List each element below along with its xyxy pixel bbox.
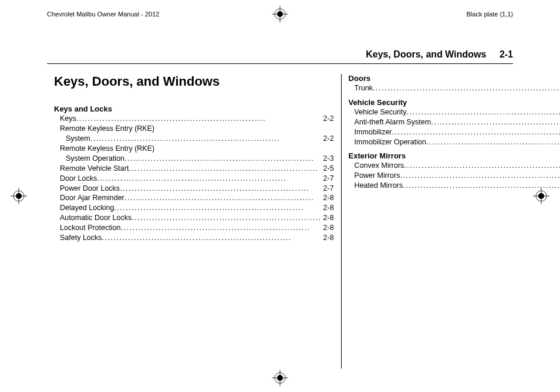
toc-page: 2-2: [322, 134, 334, 144]
leader-dots: [392, 127, 560, 137]
page-header: Keys, Doors, and Windows 2-1: [366, 49, 513, 60]
toc-page: 2-7: [322, 174, 334, 184]
toc-label: Vehicle Security: [355, 107, 407, 117]
toc-label: Safety Locks: [60, 233, 102, 243]
leader-dots: [114, 203, 321, 213]
toc-label: System: [66, 134, 90, 144]
toc-label: Anti-theft Alarm System: [355, 117, 431, 127]
toc-page: 2-8: [322, 203, 334, 213]
toc-page: 2-8: [322, 223, 334, 233]
page-number: 2-1: [500, 49, 513, 59]
section-head: Vehicle Security: [349, 98, 560, 107]
toc-entry: Anti-theft Alarm System 2-11: [355, 117, 560, 127]
leader-dots: [120, 184, 321, 194]
toc-label: Power Mirrors: [355, 171, 400, 181]
toc-entry: Delayed Locking 2-8: [60, 203, 334, 213]
toc-entry: Door Locks 2-7: [60, 174, 334, 184]
toc-label: System Operation: [66, 154, 124, 164]
toc-label: Keys: [60, 114, 76, 124]
registration-mark-bottom-icon: [272, 370, 288, 386]
toc-label: Delayed Locking: [60, 203, 114, 213]
section-head: Doors: [349, 74, 560, 83]
leader-dots: [76, 114, 322, 124]
plate-info: Black plate (1,1): [467, 11, 513, 18]
toc-label: Lockout Protection: [60, 223, 121, 233]
toc-entry: System 2-2: [66, 134, 334, 144]
content-area: Keys, Doors, and Windows Keys and Locks …: [47, 74, 513, 369]
leader-dots: [131, 213, 321, 223]
toc-page: 2-7: [322, 184, 334, 194]
toc-entry: Trunk 2-9: [355, 83, 560, 93]
toc-page: 2-8: [322, 233, 334, 243]
leader-dots: [373, 83, 560, 93]
leader-dots: [431, 117, 560, 127]
svg-point-3: [277, 11, 283, 17]
toc-page: 2-2: [322, 114, 334, 124]
toc-entry: Safety Locks 2-8: [60, 233, 334, 243]
toc-entry: System Operation 2-3: [66, 154, 334, 164]
leader-dots: [404, 161, 560, 171]
toc-entry: Keys 2-2: [60, 114, 334, 124]
column-2: Doors Trunk 2-9 Vehicle Security Vehicle…: [341, 74, 560, 369]
leader-dots: [403, 181, 560, 191]
toc-label: Power Door Locks: [60, 184, 120, 194]
column-1: Keys, Doors, and Windows Keys and Locks …: [47, 74, 341, 369]
toc-label: Convex Mirrors: [355, 161, 404, 171]
leader-dots: [124, 193, 322, 203]
toc-page: 2-8: [322, 213, 334, 223]
toc-entry: Remote Vehicle Start 2-5: [60, 164, 334, 174]
toc-label: Remote Vehicle Start: [60, 164, 129, 174]
section-head: Exterior Mirrors: [349, 151, 560, 160]
toc-entry: Convex Mirrors 2-13: [355, 161, 560, 171]
registration-mark-top-icon: [272, 6, 288, 22]
toc-page: 2-8: [322, 193, 334, 203]
chapter-title: Keys, Doors, and Windows: [54, 74, 334, 89]
svg-point-15: [277, 375, 283, 381]
toc-label: Door Ajar Reminder: [60, 193, 124, 203]
leader-dots: [121, 223, 322, 233]
leader-dots: [129, 164, 321, 174]
toc-label-wrap: Remote Keyless Entry (RKE): [60, 124, 334, 134]
leader-dots: [400, 171, 560, 181]
registration-mark-left-icon: [11, 188, 27, 204]
toc-entry: Automatic Door Locks 2-8: [60, 213, 334, 223]
toc-entry: Lockout Protection 2-8: [60, 223, 334, 233]
toc-entry: Power Door Locks 2-7: [60, 184, 334, 194]
toc-entry: Door Ajar Reminder 2-8: [60, 193, 334, 203]
svg-point-7: [16, 193, 22, 199]
toc-label: Automatic Door Locks: [60, 213, 131, 223]
toc-entry: Power Mirrors 2-14: [355, 171, 560, 181]
leader-dots: [124, 154, 321, 164]
leader-dots: [102, 233, 322, 243]
toc-label: Immobilizer Operation: [355, 137, 426, 147]
section-head: Keys and Locks: [54, 104, 334, 113]
toc-page: 2-3: [322, 154, 334, 164]
leader-dots: [90, 134, 322, 144]
leader-dots: [97, 174, 321, 184]
toc-entry: Vehicle Security 2-11: [355, 107, 560, 117]
leader-dots: [407, 107, 560, 117]
horizontal-rule: [47, 63, 513, 64]
toc-entry: Immobilizer 2-12: [355, 127, 560, 137]
toc-entry: Immobilizer Operation 2-12: [355, 137, 560, 147]
toc-label: Immobilizer: [355, 127, 392, 137]
toc-label: Heated Mirrors: [355, 181, 403, 191]
toc-label: Trunk: [355, 83, 373, 93]
toc-label-wrap: Remote Keyless Entry (RKE): [60, 144, 334, 154]
toc-page: 2-5: [322, 164, 334, 174]
leader-dots: [426, 137, 560, 147]
toc-entry: Heated Mirrors 2-14: [355, 181, 560, 191]
section-title: Keys, Doors, and Windows: [366, 49, 486, 59]
toc-label: Door Locks: [60, 174, 97, 184]
manual-title: Chevrolet Malibu Owner Manual - 2012: [47, 11, 159, 18]
